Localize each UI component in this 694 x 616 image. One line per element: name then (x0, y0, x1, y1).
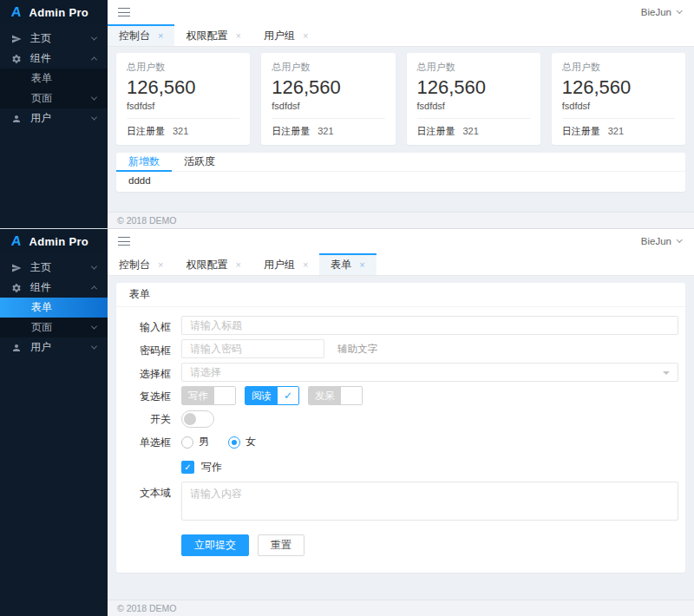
checkbox-label: 写作 (201, 460, 222, 475)
tab-usergroup[interactable]: 用户组 × (252, 24, 319, 46)
sidebar-item-user[interactable]: 用户 (0, 108, 108, 128)
tab-permissions[interactable]: 权限配置 × (174, 253, 252, 275)
sidebar-nav: 主页 组件 表单 页面 用户 (0, 253, 108, 357)
panel-content: dddd (116, 172, 685, 192)
stat-note: fsdfdsf (127, 101, 239, 111)
check-icon: ✓ (214, 387, 235, 404)
form-card-title: 表单 (116, 283, 685, 307)
tab-console[interactable]: 控制台 × (108, 24, 174, 46)
tab-new-count[interactable]: 新增数 (116, 153, 172, 172)
user-name: BieJun (641, 236, 671, 246)
select-input[interactable]: 请选择 (181, 363, 678, 382)
sidebar-item-label: 表单 (31, 71, 96, 86)
menu-toggle-icon[interactable] (118, 237, 130, 246)
sidebar-item-user[interactable]: 用户 (0, 337, 108, 357)
checkbox-label: 阅读 (246, 387, 278, 404)
user-dropdown[interactable]: BieJun (641, 236, 681, 246)
chart-panel: 新增数 活跃度 dddd (116, 153, 685, 192)
close-icon[interactable]: × (235, 260, 240, 270)
sidebar-item-label: 主页 (30, 260, 92, 275)
sidebar-item-page[interactable]: 页面 (0, 88, 108, 108)
sidebar-item-form[interactable]: 表单 (0, 69, 108, 88)
dropdown-arrow-icon (663, 371, 670, 378)
tab-form[interactable]: 表单 × (319, 253, 376, 275)
user-dropdown[interactable]: BieJun (641, 7, 681, 17)
page-tabs: 控制台 × 权限配置 × 用户组 × (108, 24, 694, 47)
close-icon[interactable]: × (158, 31, 163, 41)
content-textarea[interactable] (181, 482, 678, 521)
user-icon (11, 342, 23, 353)
switch-knob (184, 413, 196, 425)
page-tabs: 控制台 × 权限配置 × 用户组 × 表单 × (108, 253, 694, 276)
sidebar-item-form[interactable]: 表单 (0, 298, 108, 318)
form-body: 输入框 密码框 辅助文字 选择框 请 (116, 307, 685, 573)
stat-footer-value: 321 (318, 126, 333, 136)
checkbox-label: 发呆 (309, 387, 341, 404)
dashboard-view: A Admin Pro 主页 组件 表单 页面 (0, 0, 694, 228)
reset-button[interactable]: 重置 (258, 534, 304, 556)
tab-label: 表单 (331, 258, 351, 272)
close-icon[interactable]: × (235, 31, 240, 41)
stat-footer-label: 日注册量 (562, 125, 600, 138)
chevron-down-icon (91, 344, 97, 350)
radio-circle-icon (228, 436, 240, 449)
tab-permissions[interactable]: 权限配置 × (174, 24, 252, 46)
radio-male[interactable]: 男 (181, 435, 209, 449)
sidebar-item-home[interactable]: 主页 (0, 29, 108, 49)
stat-footer-label: 日注册量 (272, 125, 310, 138)
sidebar-item-page[interactable]: 页面 (0, 318, 108, 337)
tab-usergroup[interactable]: 用户组 × (252, 253, 319, 275)
menu-toggle-icon[interactable] (118, 8, 130, 16)
check-icon: ✓ (341, 387, 362, 404)
form-card: 表单 输入框 密码框 辅助文字 选择框 (116, 283, 685, 573)
user-name: BieJun (641, 7, 671, 17)
close-icon[interactable]: × (359, 260, 364, 270)
page-footer: © 2018 DEMO (108, 600, 694, 616)
tab-console[interactable]: 控制台 × (108, 253, 174, 275)
checkbox-writing-plain[interactable]: ✓ 写作 (181, 457, 678, 475)
chevron-up-icon (91, 285, 97, 292)
checkbox-reading[interactable]: 阅读 ✓ (245, 386, 299, 405)
sidebar-item-label: 页面 (31, 91, 92, 106)
topbar: BieJun (108, 229, 694, 253)
stat-footer-value: 321 (173, 126, 188, 136)
chevron-down-icon (91, 35, 97, 41)
stat-footer-value: 321 (463, 126, 479, 136)
sidebar-item-label: 组件 (30, 51, 92, 66)
stat-note: fsdfdsf (562, 101, 675, 111)
switch-toggle[interactable] (181, 410, 214, 428)
sidebar: A Admin Pro 主页 组件 表单 页面 (0, 0, 108, 228)
stat-card: 总用户数 126,560 fsdfdsf 日注册量321 (407, 53, 540, 145)
chevron-down-icon (91, 95, 97, 101)
password-input[interactable] (181, 339, 324, 358)
close-icon[interactable]: × (303, 31, 308, 41)
checkbox-daydream[interactable]: 发呆 ✓ (308, 386, 363, 405)
chevron-down-icon (91, 115, 97, 121)
dashboard-content: 总用户数 126,560 fsdfdsf 日注册量321 总用户数 126,56… (108, 47, 694, 212)
send-icon (11, 33, 23, 44)
sidebar-item-components[interactable]: 组件 (0, 278, 108, 298)
radio-female[interactable]: 女 (228, 435, 256, 449)
tab-activity[interactable]: 活跃度 (172, 153, 227, 172)
checkbox-writing[interactable]: 写作 ✓ (181, 386, 236, 405)
close-icon[interactable]: × (303, 260, 308, 270)
radio-label: 男 (199, 435, 209, 449)
close-icon[interactable]: × (158, 260, 163, 270)
sidebar-item-components[interactable]: 组件 (0, 49, 108, 69)
stat-value: 126,560 (562, 76, 675, 99)
form-content: 表单 输入框 密码框 辅助文字 选择框 (108, 276, 694, 600)
field-label: 开关 (129, 410, 171, 427)
title-input[interactable] (181, 316, 678, 335)
submit-button[interactable]: 立即提交 (181, 534, 249, 556)
stat-card: 总用户数 126,560 fsdfdsf 日注册量321 (116, 53, 250, 145)
field-label: 选择框 (129, 363, 171, 382)
sidebar-item-home[interactable]: 主页 (0, 258, 108, 278)
radio-label: 女 (246, 435, 256, 449)
check-icon: ✓ (278, 387, 298, 404)
stat-cards: 总用户数 126,560 fsdfdsf 日注册量321 总用户数 126,56… (116, 53, 685, 145)
field-label: 单选框 (129, 432, 171, 450)
stat-value: 126,560 (127, 76, 239, 99)
select-value: 请选择 (190, 365, 221, 380)
tab-label: 权限配置 (186, 29, 227, 43)
sidebar-item-label: 组件 (30, 280, 92, 295)
